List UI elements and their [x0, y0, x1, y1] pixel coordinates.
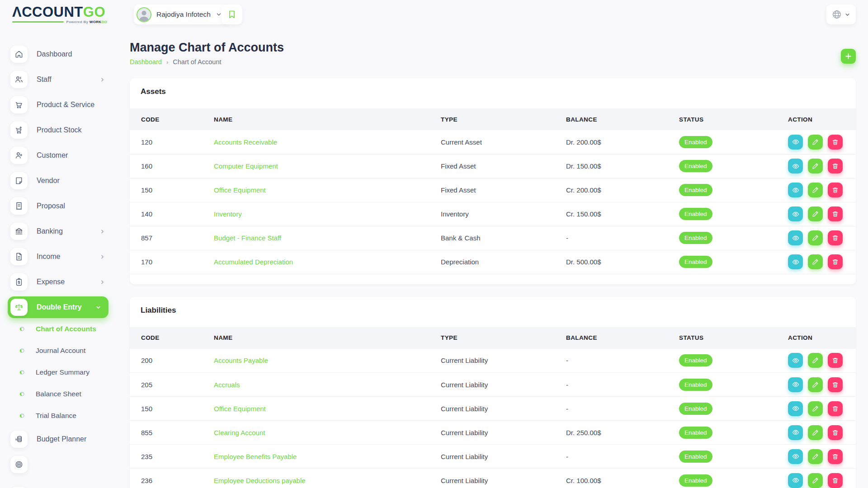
account-name-link[interactable]: Office Equipment — [214, 405, 266, 413]
sidebar-subitem-journal-account[interactable]: Journal Account — [10, 340, 120, 361]
sidebar-item-staff[interactable]: Staff — [10, 67, 120, 92]
account-name-link[interactable]: Accounts Payable — [214, 357, 268, 364]
edit-button[interactable] — [808, 401, 823, 416]
view-button[interactable] — [788, 230, 803, 245]
account-name-link[interactable]: Office Equipment — [214, 186, 266, 194]
table-header-row: CODE NAME TYPE BALANCE STATUS ACTION — [130, 327, 856, 349]
table-row: 120 Accounts Receivable Current Asset Dr… — [130, 130, 856, 154]
edit-button[interactable] — [808, 159, 823, 174]
delete-button[interactable] — [828, 206, 843, 221]
column-header-name: NAME — [214, 108, 441, 130]
eye-icon — [792, 477, 799, 484]
sidebar-item-goal[interactable] — [10, 452, 120, 477]
sidebar-item-budget-planner[interactable]: Budget Planner — [10, 427, 120, 452]
language-button[interactable] — [826, 5, 856, 24]
main-content: Manage Chart of Accounts Dashboard › Cha… — [120, 32, 868, 488]
account-name-link[interactable]: Computer Equipment — [214, 162, 278, 170]
sidebar-item-customer[interactable]: Customer — [10, 143, 120, 168]
delete-button[interactable] — [828, 353, 843, 368]
avatar — [137, 7, 151, 22]
account-name-link[interactable]: Employee Deductions payable — [214, 477, 306, 484]
bookmark-button[interactable] — [222, 5, 242, 24]
sidebar-subitem-balance-sheet[interactable]: Balance Sheet — [10, 383, 120, 405]
edit-button[interactable] — [808, 425, 823, 440]
sidebar-item-proposal[interactable]: Proposal — [10, 193, 120, 219]
breadcrumb-dashboard-link[interactable]: Dashboard — [130, 58, 162, 66]
target-icon — [10, 456, 28, 473]
sidebar-item-double-entry[interactable]: Double Entry — [8, 296, 108, 318]
sidebar-subitem-trial-balance[interactable]: Trial Balance — [10, 405, 120, 427]
view-button[interactable] — [788, 401, 803, 416]
view-button[interactable] — [788, 135, 803, 150]
view-button[interactable] — [788, 183, 803, 197]
delete-button[interactable] — [828, 377, 843, 392]
edit-button[interactable] — [808, 353, 823, 368]
bank-icon — [10, 223, 28, 240]
column-header-status: STATUS — [679, 327, 788, 349]
eye-icon — [792, 187, 799, 194]
delete-button[interactable] — [828, 425, 843, 440]
view-button[interactable] — [788, 449, 803, 464]
breadcrumb: Dashboard › Chart of Account — [130, 58, 856, 66]
sidebar-item-expense[interactable]: Expense — [10, 269, 120, 295]
sidebar-item-product-stock[interactable]: Product Stock — [10, 117, 120, 143]
view-button[interactable] — [788, 425, 803, 440]
column-header-type: TYPE — [441, 327, 566, 349]
edit-button[interactable] — [808, 449, 823, 464]
account-name-link[interactable]: Inventory — [214, 210, 242, 218]
file-lines-icon — [10, 248, 28, 265]
pencil-icon — [812, 258, 819, 265]
account-balance: - — [566, 445, 679, 469]
view-button[interactable] — [788, 159, 803, 174]
delete-button[interactable] — [828, 449, 843, 464]
view-button[interactable] — [788, 254, 803, 269]
account-name-link[interactable]: Employee Benefits Payable — [214, 453, 297, 460]
status-badge: Enabled — [679, 136, 712, 148]
cart-icon — [10, 96, 28, 113]
edit-button[interactable] — [808, 206, 823, 221]
delete-button[interactable] — [828, 183, 843, 197]
trash-icon — [832, 405, 839, 412]
status-badge: Enabled — [679, 450, 712, 463]
account-name-link[interactable]: Budget - Finance Staff — [214, 234, 281, 242]
sidebar-item-cutoff[interactable] — [10, 483, 120, 488]
account-name-link[interactable]: Accounts Receivable — [214, 138, 277, 146]
sidebar-item-income[interactable]: Income — [10, 244, 120, 269]
delete-button[interactable] — [828, 401, 843, 416]
account-balance: Cr. 100.00$ — [566, 469, 679, 488]
sidebar-subitem-chart-of-accounts[interactable]: Chart of Accounts — [10, 318, 120, 340]
sidebar-item-product-service[interactable]: Product & Service — [10, 92, 120, 117]
account-balance: - — [566, 397, 679, 421]
edit-button[interactable] — [808, 377, 823, 392]
add-account-button[interactable] — [841, 49, 856, 64]
edit-button[interactable] — [808, 183, 823, 197]
account-name-link[interactable]: Clearing Account — [214, 429, 265, 436]
table-row: 150 Office Equipment Fixed Asset Cr. 200… — [130, 178, 856, 202]
edit-button[interactable] — [808, 135, 823, 150]
delete-button[interactable] — [828, 159, 843, 174]
status-badge: Enabled — [679, 474, 712, 487]
users-icon — [10, 71, 28, 88]
view-button[interactable] — [788, 377, 803, 392]
eye-icon — [792, 138, 799, 145]
delete-button[interactable] — [828, 135, 843, 150]
workspace-switcher[interactable]: Rajodiya Infotech — [134, 5, 229, 24]
view-button[interactable] — [788, 473, 803, 488]
eye-icon — [792, 381, 799, 388]
view-button[interactable] — [788, 353, 803, 368]
edit-button[interactable] — [808, 254, 823, 269]
chevron-right-icon — [99, 229, 105, 235]
edit-button[interactable] — [808, 230, 823, 245]
sidebar-item-vendor[interactable]: Vendor — [10, 168, 120, 193]
account-name-link[interactable]: Accumulated Depreciation — [214, 258, 293, 266]
delete-button[interactable] — [828, 254, 843, 269]
section-title: Assets — [130, 78, 856, 96]
account-name-link[interactable]: Accruals — [214, 381, 240, 389]
view-button[interactable] — [788, 206, 803, 221]
delete-button[interactable] — [828, 230, 843, 245]
sidebar-item-banking[interactable]: Banking — [10, 219, 120, 244]
sidebar-subitem-ledger-summary[interactable]: Ledger Summary — [10, 361, 120, 383]
edit-button[interactable] — [808, 473, 823, 488]
sidebar-item-dashboard[interactable]: Dashboard — [10, 42, 120, 67]
delete-button[interactable] — [828, 473, 843, 488]
